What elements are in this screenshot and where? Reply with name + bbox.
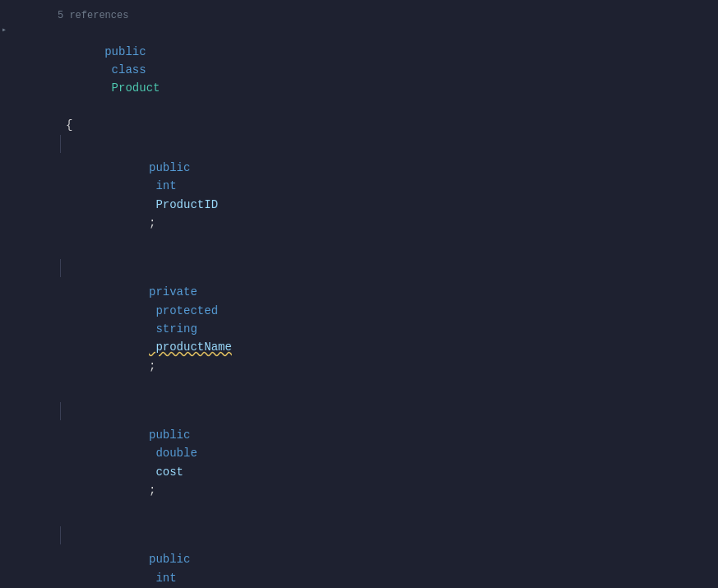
ref-label-product: 5 references (0, 8, 718, 24)
field-productid: public int ProductID ; (0, 135, 718, 251)
blank-1 (0, 251, 718, 259)
class-product-section: 5 references ▸ public class Product { pu… (0, 8, 718, 588)
open-brace-1: { (0, 116, 718, 134)
blank-3 (0, 518, 718, 526)
field-cost: public double cost ; (0, 402, 718, 518)
field-productname: private protected string productName ; (0, 259, 718, 394)
field-quantity: public int quantityInStock ; (0, 526, 718, 588)
blank-2 (0, 394, 718, 402)
class-product-declaration: ▸ public class Product (0, 24, 718, 116)
code-editor: 5 references ▸ public class Product { pu… (0, 0, 718, 588)
